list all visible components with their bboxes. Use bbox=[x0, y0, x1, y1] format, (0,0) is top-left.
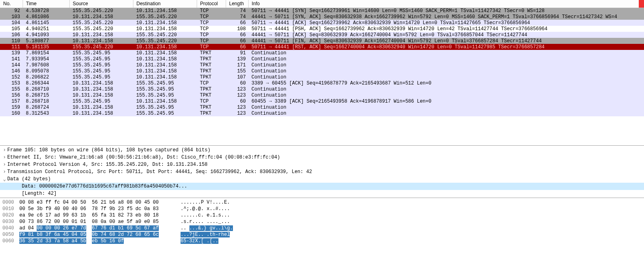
chevron-right-icon[interactable]: › bbox=[2, 147, 7, 153]
cell-len: 123 bbox=[226, 110, 248, 116]
cell-no: 157 bbox=[0, 98, 23, 104]
cell-info: Continuation bbox=[248, 110, 644, 116]
cell-info: 50711 → 44441 [RST, ACK] Seq=1662740004 … bbox=[248, 44, 644, 50]
tree-item[interactable]: ⌄Data (42 bytes) bbox=[0, 175, 644, 183]
col-prot[interactable]: Protocol bbox=[197, 0, 226, 8]
table-row[interactable]: 1447.987608155.35.245.9510.131.234.158TP… bbox=[0, 62, 644, 68]
chevron-right-icon[interactable]: › bbox=[2, 162, 7, 167]
hex-line[interactable]: 0050f9 81 b8 3f 6a 45 04 05 0b 74 68 2d … bbox=[0, 232, 644, 238]
hex-line[interactable]: 006036 35 2d 33 7a 58 a4 5b eb 5b 16 0f6… bbox=[0, 238, 644, 245]
table-row[interactable]: 1578.268718155.35.245.9510.131.234.158TC… bbox=[0, 98, 644, 104]
tree-item-label: Data (42 bytes) bbox=[7, 176, 51, 182]
cell-prot: TPKT bbox=[197, 92, 226, 98]
col-time[interactable]: Time bbox=[23, 0, 69, 8]
cell-no: 146 bbox=[0, 68, 23, 74]
hex-ascii: .^;.@.@. x..#.... bbox=[177, 206, 230, 212]
col-dst[interactable]: Destination bbox=[133, 0, 197, 8]
hex-line[interactable]: 0020ea 9e c6 17 ad 99 63 1b 65 fa 31 82 … bbox=[0, 212, 644, 219]
cell-len: 139 bbox=[226, 56, 248, 62]
table-row[interactable]: 1417.933954155.35.245.9510.131.234.158TP… bbox=[0, 56, 644, 62]
cell-time: 5.181135 bbox=[23, 44, 69, 50]
cell-time: 4.941093 bbox=[23, 32, 69, 38]
hex-bytes: ad 04 00 00 00 26 e7 7d 67 76 d1 b1 69 5… bbox=[19, 225, 177, 232]
hex-line[interactable]: 001000 5e 3b f9 40 00 40 06 78 7f 9b 23 … bbox=[0, 206, 644, 212]
col-len[interactable]: Length bbox=[226, 0, 248, 8]
tree-item[interactable]: ›Transmission Control Protocol, Src Port… bbox=[0, 168, 644, 175]
cell-info: Continuation bbox=[248, 74, 644, 80]
cell-info: 50711 → 44441 [ACK] Seq=1662739962 Ack=8… bbox=[248, 20, 644, 26]
cell-src: 10.131.234.158 bbox=[69, 32, 133, 38]
packet-list-pane[interactable]: No. Time Source Destination Protocol Len… bbox=[0, 0, 644, 146]
col-info[interactable]: Info bbox=[248, 0, 644, 8]
cell-src: 155.35.245.95 bbox=[69, 56, 133, 62]
tree-item[interactable]: Data: 00000026e77d6776d1b1695c67aff981b8… bbox=[0, 183, 644, 190]
table-row[interactable]: 1598.26872410.131.234.158155.35.245.95TP… bbox=[0, 104, 644, 110]
table-row[interactable]: 1397.869154155.35.245.9510.131.234.158TP… bbox=[0, 50, 644, 56]
cell-len: 60 bbox=[226, 80, 248, 86]
table-row[interactable]: 1034.86108610.131.234.158155.35.245.220T… bbox=[0, 14, 644, 20]
cell-info: 60455 → 3389 [ACK] Seq=2165493958 Ack=41… bbox=[248, 98, 644, 104]
chevron-right-icon[interactable]: › bbox=[2, 155, 7, 160]
table-row[interactable]: 1528.206822155.35.245.9510.131.234.158TP… bbox=[0, 74, 644, 80]
tree-item-label: Frame 105: 108 bytes on wire (864 bits),… bbox=[7, 147, 210, 153]
table-row[interactable]: 1064.94109310.131.234.158155.35.245.220T… bbox=[0, 32, 644, 38]
chevron-down-icon[interactable]: ⌄ bbox=[2, 176, 7, 182]
packet-header-row[interactable]: No. Time Source Destination Protocol Len… bbox=[0, 0, 644, 8]
cell-len: 123 bbox=[226, 92, 248, 98]
cell-no: 104 bbox=[0, 20, 23, 26]
cell-dst: 155.35.245.220 bbox=[133, 38, 197, 44]
close-icon[interactable] bbox=[639, 0, 644, 8]
table-row[interactable]: 1044.861145155.35.245.22010.131.234.158T… bbox=[0, 20, 644, 26]
packet-table[interactable]: No. Time Source Destination Protocol Len… bbox=[0, 0, 644, 116]
hex-line[interactable]: 0040ad 04 00 00 00 26 e7 7d 67 76 d1 b1 … bbox=[0, 225, 644, 232]
table-row[interactable]: 1054.940251155.35.245.22010.131.234.158T… bbox=[0, 26, 644, 32]
cell-info: 50711 → 44441 [PSH, ACK] Seq=1662739962 … bbox=[248, 26, 644, 32]
cell-prot: TPKT bbox=[197, 110, 226, 116]
table-row[interactable]: 1468.095078155.35.245.9510.131.234.158TP… bbox=[0, 68, 644, 74]
cell-time: 4.538728 bbox=[23, 8, 69, 14]
cell-dst: 10.131.234.158 bbox=[133, 26, 197, 32]
cell-no: 103 bbox=[0, 14, 23, 20]
table-row[interactable]: 1105.18087710.131.234.158155.35.245.220T… bbox=[0, 38, 644, 44]
chevron-right-icon[interactable]: › bbox=[2, 169, 7, 175]
cell-dst: 10.131.234.158 bbox=[133, 20, 197, 26]
table-row[interactable]: 1538.26634410.131.234.158155.35.245.95TC… bbox=[0, 80, 644, 86]
hex-ascii: 65-3zX.[ .[.. bbox=[177, 238, 218, 245]
cell-dst: 155.35.245.95 bbox=[133, 80, 197, 86]
cell-len: 66 bbox=[226, 38, 248, 44]
table-row[interactable]: 1568.26871510.131.234.158155.35.245.95TP… bbox=[0, 92, 644, 98]
hex-dump-pane[interactable]: 000000 08 e3 ff fc 04 00 50 56 21 b6 a8 … bbox=[0, 198, 644, 245]
cell-no: 160 bbox=[0, 110, 23, 116]
table-row[interactable]: 924.538728155.35.245.22010.131.234.158TC… bbox=[0, 8, 644, 14]
cell-time: 4.861145 bbox=[23, 20, 69, 26]
table-row[interactable]: 1608.31254310.131.234.158155.35.245.95TP… bbox=[0, 110, 644, 116]
table-row[interactable]: └1115.181135155.35.245.22010.131.234.158… bbox=[0, 44, 644, 50]
cell-time: 8.268710 bbox=[23, 86, 69, 92]
hex-line[interactable]: 003000 73 86 72 00 00 01 01 08 0a 00 ae … bbox=[0, 219, 644, 225]
cell-dst: 10.131.234.158 bbox=[133, 98, 197, 104]
packet-details-pane[interactable]: ›Frame 105: 108 bytes on wire (864 bits)… bbox=[0, 146, 644, 198]
cell-dst: 155.35.245.95 bbox=[133, 86, 197, 92]
cell-len: 123 bbox=[226, 86, 248, 92]
cell-len: 108 bbox=[226, 26, 248, 32]
hex-line[interactable]: 000000 08 e3 ff fc 04 00 50 56 21 b6 a8 … bbox=[0, 200, 644, 206]
cell-len: 74 bbox=[226, 8, 248, 14]
tree-item[interactable]: [Length: 42] bbox=[0, 190, 644, 197]
cell-len: 66 bbox=[226, 32, 248, 38]
cell-prot: TCP bbox=[197, 26, 226, 32]
cell-time: 7.987608 bbox=[23, 62, 69, 68]
cell-prot: TPKT bbox=[197, 68, 226, 74]
col-no[interactable]: No. bbox=[0, 0, 23, 8]
tree-item[interactable]: ›Internet Protocol Version 4, Src: 155.3… bbox=[0, 161, 644, 168]
cell-info: Continuation bbox=[248, 50, 644, 56]
tree-item[interactable]: ›Frame 105: 108 bytes on wire (864 bits)… bbox=[0, 146, 644, 154]
cell-len: 155 bbox=[226, 68, 248, 74]
tree-item[interactable]: ›Ethernet II, Src: Vmware_21:b6:a8 (00:5… bbox=[0, 154, 644, 161]
cell-info: 44441 → 50711 [SYN, ACK] Seq=830632938 A… bbox=[248, 14, 644, 20]
col-src[interactable]: Source bbox=[69, 0, 133, 8]
cell-src: 10.131.234.158 bbox=[69, 86, 133, 92]
cell-no: 153 bbox=[0, 80, 23, 86]
tree-item-label: Ethernet II, Src: Vmware_21:b6:a8 (00:50… bbox=[7, 155, 280, 160]
cell-prot: TPKT bbox=[197, 74, 226, 80]
table-row[interactable]: 1558.26871010.131.234.158155.35.245.95TP… bbox=[0, 86, 644, 92]
